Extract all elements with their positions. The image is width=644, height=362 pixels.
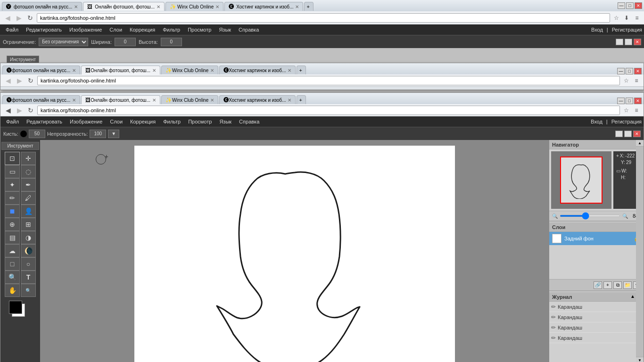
- menu-correction[interactable]: Коррекция: [126, 26, 159, 33]
- menu-help[interactable]: Справка: [235, 26, 263, 33]
- minimize-btn[interactable]: —: [618, 2, 625, 9]
- tab-photoshop-ru[interactable]: 🅨 фотошоп онлайн на русс... ✕: [2, 2, 82, 11]
- front-tab1[interactable]: 🅨 фотошоп онлайн на русс... ✕: [2, 95, 80, 104]
- mid-tab2[interactable]: 🖼 Онлайн фотошоп, фотош... ✕: [81, 66, 160, 74]
- mid-close[interactable]: ✕: [634, 68, 642, 74]
- brush-tool[interactable]: ✏: [5, 191, 20, 205]
- front-tab4[interactable]: 🅚 Хостинг картинок и изоб... ✕: [219, 95, 296, 104]
- mid-address-input[interactable]: [37, 76, 620, 85]
- ellipse-tool[interactable]: ○: [21, 257, 36, 271]
- refresh-btn[interactable]: ↻: [25, 13, 35, 23]
- menu-view[interactable]: Просмотр: [184, 26, 215, 33]
- width-input[interactable]: [115, 38, 136, 46]
- eyedropper-tool[interactable]: ✒: [21, 178, 36, 191]
- dodge-tool[interactable]: ☁: [5, 244, 20, 257]
- brush-size-input[interactable]: [29, 130, 45, 138]
- tab2-close[interactable]: ✕: [157, 4, 160, 9]
- settings-icon[interactable]: ≡: [633, 14, 641, 22]
- layers-copy-btn[interactable]: ⧉: [613, 281, 622, 289]
- layers-add-btn[interactable]: +: [603, 281, 612, 289]
- crop-tool[interactable]: ⊡: [5, 152, 20, 165]
- mid-tab1[interactable]: 🅨 фотошоп онлайн на русс... ✕: [2, 66, 80, 74]
- front-tab4-close[interactable]: ✕: [288, 98, 291, 103]
- menu-layers[interactable]: Слои: [106, 26, 126, 33]
- download-icon[interactable]: ⬇: [622, 14, 631, 22]
- layers-folder-btn[interactable]: 📁: [623, 281, 632, 289]
- zoom-tool[interactable]: 🔍: [5, 271, 20, 284]
- mid-back-btn[interactable]: ◀: [3, 76, 13, 85]
- front-minimize[interactable]: —: [617, 98, 625, 104]
- menu-file[interactable]: Файл: [2, 26, 22, 33]
- layers-link-btn[interactable]: 🔗: [594, 281, 602, 289]
- zoom-slider[interactable]: [560, 215, 620, 217]
- tab1-close[interactable]: ✕: [74, 4, 78, 9]
- opacity-input[interactable]: [90, 130, 106, 138]
- layer-item-background[interactable]: Задний фон 🔒: [549, 232, 644, 245]
- tab-hosting[interactable]: 🅚 Хостинг картинок и изоб... ✕: [224, 2, 303, 11]
- mid-tab3-close[interactable]: ✕: [210, 68, 214, 73]
- journal-scroll-up[interactable]: ▲: [630, 294, 635, 300]
- toolbar-minimize-btn[interactable]: —: [616, 39, 623, 45]
- lasso-tool[interactable]: ◌: [21, 165, 36, 178]
- pencil-tool[interactable]: 🖊: [21, 191, 36, 205]
- front-menu-correction[interactable]: Коррекция: [126, 118, 159, 125]
- mid-new-tab[interactable]: +: [297, 66, 306, 74]
- mid-tab4[interactable]: 🅚 Хостинг картинок и изоб... ✕: [219, 66, 296, 74]
- menu-image[interactable]: Изображение: [66, 26, 106, 33]
- mid-tab3[interactable]: ✨ Winx Club Online ✕: [161, 66, 218, 74]
- mid-tab2-close[interactable]: ✕: [152, 68, 156, 73]
- rect-select-tool[interactable]: ▭: [5, 165, 20, 178]
- front-tab2-close[interactable]: ✕: [152, 98, 156, 103]
- mid-tab4-close[interactable]: ✕: [288, 68, 291, 73]
- front-tab1-close[interactable]: ✕: [72, 98, 76, 103]
- front-tab3[interactable]: ✨ Winx Club Online ✕: [161, 95, 218, 104]
- burn-tool[interactable]: 🌘: [21, 244, 36, 257]
- mid-refresh-btn[interactable]: ↻: [26, 76, 35, 85]
- mid-forward-btn[interactable]: ▶: [15, 76, 24, 85]
- figure-tool[interactable]: 👤: [21, 205, 36, 218]
- front-forward-btn[interactable]: ▶: [15, 106, 24, 115]
- front-new-tab[interactable]: +: [297, 95, 306, 104]
- menu-language[interactable]: Язык: [215, 26, 235, 33]
- rotate-tool[interactable]: 🔍: [21, 284, 36, 297]
- height-input[interactable]: [161, 38, 182, 46]
- front-menu-view[interactable]: Просмотр: [184, 118, 215, 125]
- tab-photoshop-online[interactable]: 🖼 Онлайн фотошоп, фотош... ✕: [83, 2, 165, 11]
- front-address-input[interactable]: [37, 106, 620, 115]
- forward-btn[interactable]: ▶: [14, 13, 24, 23]
- front-toolbar-close[interactable]: ✕: [633, 131, 641, 137]
- menu-filter[interactable]: Фильтр: [159, 26, 184, 33]
- smudge-tool[interactable]: ◑: [21, 231, 36, 244]
- patch-tool[interactable]: ⊞: [21, 218, 36, 231]
- front-menu-filter[interactable]: Фильтр: [159, 118, 184, 125]
- front-settings-icon[interactable]: ≡: [632, 106, 641, 115]
- hand-tool[interactable]: ✋: [5, 284, 20, 297]
- gradient-tool[interactable]: ▤: [5, 231, 20, 244]
- front-back-btn[interactable]: ◀: [3, 106, 13, 115]
- front-menu-edit[interactable]: Редактировать: [23, 118, 66, 125]
- front-menu-help[interactable]: Справка: [235, 118, 263, 125]
- fill-tool[interactable]: ■: [5, 205, 20, 218]
- toolbar-maximize-btn[interactable]: □: [625, 39, 632, 45]
- front-menu-language[interactable]: Язык: [215, 118, 235, 125]
- move-tool[interactable]: ✛: [21, 152, 36, 165]
- scroll-up-btn[interactable]: ▲: [636, 140, 644, 147]
- front-tab3-close[interactable]: ✕: [210, 98, 214, 103]
- scroll-down-btn[interactable]: ▼: [636, 357, 644, 362]
- tab3-close[interactable]: ✕: [215, 4, 219, 9]
- tab4-close[interactable]: ✕: [295, 4, 299, 9]
- mid-maximize[interactable]: □: [626, 68, 633, 74]
- canvas-container[interactable]: [134, 146, 455, 362]
- front-close[interactable]: ✕: [634, 98, 642, 104]
- login-link[interactable]: Вход: [591, 27, 603, 33]
- front-toolbar-maximize[interactable]: □: [624, 131, 632, 137]
- front-toolbar-minimize[interactable]: —: [615, 131, 623, 137]
- front-menu-file[interactable]: Файл: [2, 118, 23, 125]
- new-tab-btn[interactable]: +: [304, 2, 314, 11]
- foreground-color-swatch[interactable]: [9, 301, 22, 314]
- menu-edit[interactable]: Редактировать: [22, 26, 66, 33]
- back-btn[interactable]: ◀: [3, 13, 12, 23]
- front-register-link[interactable]: Регистрация: [611, 119, 642, 124]
- heal-tool[interactable]: ⊕: [5, 218, 20, 231]
- mid-bookmark-icon[interactable]: ☆: [622, 76, 630, 85]
